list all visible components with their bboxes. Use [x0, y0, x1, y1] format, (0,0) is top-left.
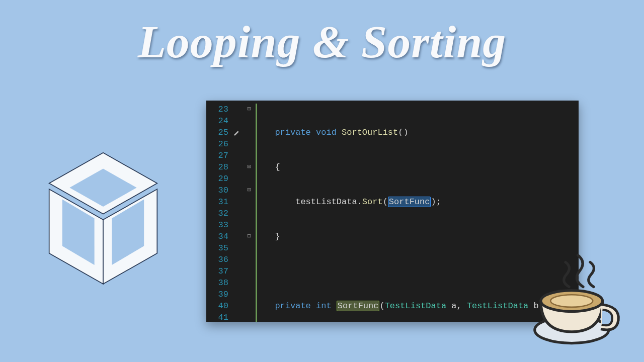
fold-marker[interactable] — [243, 289, 256, 300]
fold-marker[interactable] — [243, 277, 256, 289]
line-number: 38 — [211, 277, 228, 289]
unity-logo-icon — [30, 146, 176, 297]
line-number: 29 — [211, 173, 228, 185]
edit-marker-icon — [233, 129, 240, 136]
margin-marker — [231, 115, 243, 127]
margin-marker — [231, 161, 243, 173]
line-number: 25 — [211, 127, 228, 138]
line-number: 30 — [211, 185, 228, 196]
line-number-gutter: 23242526272829303132333435363738394041 — [206, 101, 231, 322]
line-number: 28 — [211, 161, 228, 173]
margin-marker — [231, 242, 243, 254]
highlight-sortfunc-def: SortFunc — [337, 301, 380, 311]
fold-marker[interactable] — [243, 254, 256, 265]
margin-marker — [231, 208, 243, 219]
fold-marker[interactable] — [243, 150, 256, 161]
fold-marker[interactable] — [243, 127, 256, 138]
margin-marker — [231, 185, 243, 196]
line-number: 41 — [211, 312, 228, 322]
fold-marker[interactable]: ⊟ — [243, 185, 256, 196]
margin-marker — [231, 127, 243, 138]
coffee-cup-icon — [523, 246, 629, 352]
fold-marker[interactable] — [243, 242, 256, 254]
line-number: 31 — [211, 196, 228, 208]
fold-marker[interactable]: ⊟ — [243, 231, 256, 242]
margin-marker — [231, 289, 243, 300]
line-number: 34 — [211, 231, 228, 242]
fold-marker[interactable] — [243, 208, 256, 219]
line-number: 36 — [211, 254, 228, 265]
fold-marker[interactable] — [243, 300, 256, 312]
margin-marker — [231, 300, 243, 312]
line-number: 32 — [211, 208, 228, 219]
fold-marker[interactable] — [243, 219, 256, 231]
margin-marker — [231, 104, 243, 115]
fold-marker[interactable]: ⊟ — [243, 161, 256, 173]
line-number: 26 — [211, 138, 228, 150]
margin-marker — [231, 196, 243, 208]
line-number: 35 — [211, 242, 228, 254]
margin-marker — [231, 138, 243, 150]
margin-marker — [231, 231, 243, 242]
line-number: 24 — [211, 115, 228, 127]
fold-column: ⊟⊟⊟⊟ — [243, 101, 256, 322]
line-number: 40 — [211, 300, 228, 312]
fold-marker[interactable] — [243, 312, 256, 322]
line-number: 27 — [211, 150, 228, 161]
margin-marker — [231, 277, 243, 289]
svg-point-8 — [550, 295, 593, 307]
margin-marker — [231, 219, 243, 231]
fold-marker[interactable] — [243, 265, 256, 277]
fold-marker[interactable] — [243, 196, 256, 208]
fold-marker[interactable] — [243, 138, 256, 150]
line-number: 33 — [211, 219, 228, 231]
margin-marker — [231, 265, 243, 277]
fold-marker[interactable] — [243, 173, 256, 185]
margin-marker — [231, 254, 243, 265]
fold-marker[interactable] — [243, 115, 256, 127]
highlight-sortfunc-call: SortFunc — [388, 197, 431, 207]
line-number: 23 — [211, 104, 228, 115]
page-title: Looping & Sorting — [0, 15, 644, 68]
margin-marker — [231, 173, 243, 185]
fold-marker[interactable]: ⊟ — [243, 104, 256, 115]
marker-column — [231, 101, 243, 322]
margin-marker — [231, 312, 243, 322]
margin-marker — [231, 150, 243, 161]
line-number: 39 — [211, 289, 228, 300]
code-editor: 23242526272829303132333435363738394041 ⊟… — [206, 101, 579, 322]
line-number: 37 — [211, 265, 228, 277]
